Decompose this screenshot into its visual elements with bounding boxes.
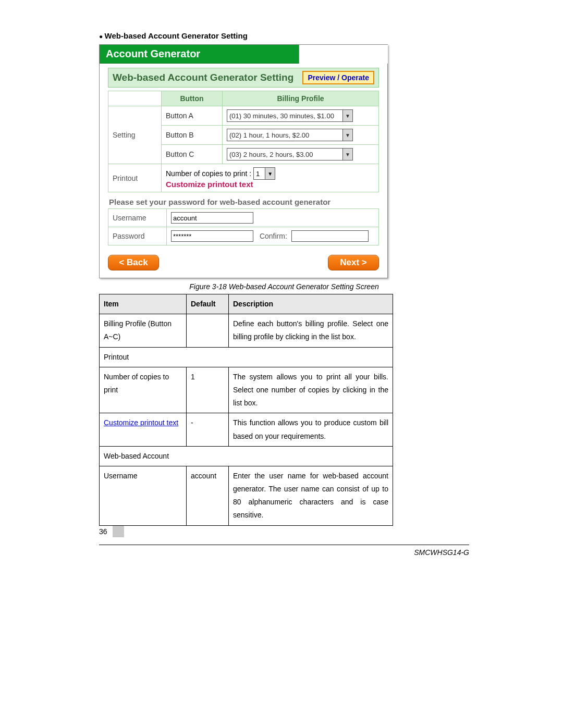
table-section: Printout <box>100 347 393 367</box>
footer-model: SMCWHSG14-G <box>99 548 469 557</box>
table-cell: Customize printout text <box>100 413 187 446</box>
password-instruction: Please set your password for web-based a… <box>109 198 379 206</box>
col-header-profile: Billing Profile <box>223 91 379 106</box>
next-button[interactable]: Next > <box>328 255 379 270</box>
table-cell: Number of copies to print <box>100 367 187 413</box>
setting-row-label: Setting <box>108 106 162 164</box>
th-description: Description <box>229 294 393 314</box>
chevron-down-icon: ▼ <box>265 168 275 179</box>
profile-select-b[interactable]: (02) 1 hour, 1 hours, $2.00 ▼ <box>227 129 353 141</box>
page-marker-box <box>113 526 124 537</box>
password-input[interactable] <box>171 230 253 242</box>
button-b-label: Button B <box>162 126 223 145</box>
button-c-label: Button C <box>162 145 223 164</box>
table-cell: Username <box>100 466 187 525</box>
table-cell: 1 <box>187 367 229 413</box>
page-number: 36 <box>99 527 113 536</box>
chevron-down-icon: ▼ <box>342 110 352 121</box>
th-default: Default <box>187 294 229 314</box>
customize-printout-link[interactable]: Customize printout text <box>166 180 374 189</box>
copies-label: Number of copies to print : <box>166 169 251 178</box>
back-button[interactable]: < Back <box>108 255 159 270</box>
profile-select-a[interactable]: (01) 30 minutes, 30 minutes, $1.00 ▼ <box>227 109 353 122</box>
profile-select-c[interactable]: (03) 2 hours, 2 hours, $3.00 ▼ <box>227 148 353 161</box>
description-table: Item Default Description Billing Profile… <box>99 294 393 526</box>
table-cell: - <box>187 413 229 446</box>
chevron-down-icon: ▼ <box>342 129 352 141</box>
table-cell: The system allows you to print all your … <box>229 367 393 413</box>
table-cell: Define each button's billing profile. Se… <box>229 314 393 347</box>
table-cell <box>187 314 229 347</box>
figure-caption: Figure 3-18 Web-based Account Generator … <box>99 282 469 291</box>
table-cell: Billing Profile (Button A~C) <box>100 314 187 347</box>
table-section: Web-based Account <box>100 446 393 466</box>
settings-panel: Account Generator Web-based Account Gene… <box>99 44 388 278</box>
confirm-input[interactable] <box>291 230 369 242</box>
chevron-down-icon: ▼ <box>342 149 352 160</box>
th-item: Item <box>100 294 187 314</box>
table-cell: Enter the user name for web-based accoun… <box>229 466 393 525</box>
username-input[interactable] <box>171 212 253 224</box>
username-label: Username <box>108 209 167 227</box>
section-heading: Web-based Account Generator Setting <box>99 31 469 40</box>
customize-printout-doc-link[interactable]: Customize printout text <box>104 418 178 427</box>
panel-section-title: Web-based Account Generator Setting <box>113 72 293 83</box>
button-a-label: Button A <box>162 106 223 126</box>
col-header-button: Button <box>162 91 223 106</box>
printout-row-label: Printout <box>108 164 162 192</box>
copies-select[interactable]: 1 ▼ <box>253 167 275 180</box>
panel-titlebar: Account Generator <box>100 45 387 64</box>
password-label: Password <box>108 227 167 245</box>
table-cell: account <box>187 466 229 525</box>
preview-operate-button[interactable]: Preview / Operate <box>302 71 374 84</box>
table-cell: This function allows you to produce cust… <box>229 413 393 446</box>
confirm-label: Confirm: <box>260 232 287 240</box>
